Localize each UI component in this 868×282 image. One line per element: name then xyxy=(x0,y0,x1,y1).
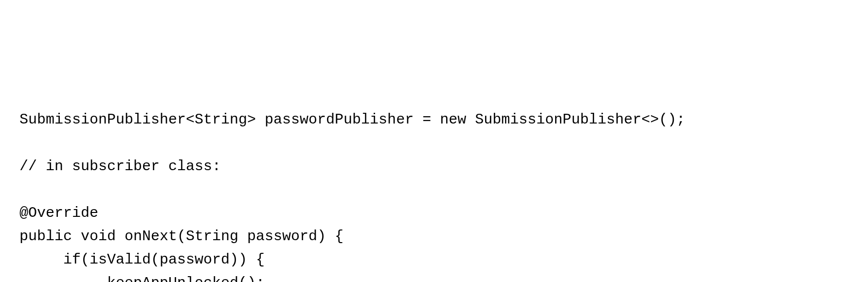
code-line: SubmissionPublisher<String> passwordPubl… xyxy=(19,111,685,128)
code-line: keepAppUnlocked(); xyxy=(19,275,265,282)
code-line: @Override xyxy=(19,205,98,221)
code-line: if(isValid(password)) { xyxy=(19,251,265,268)
code-line: // in subscriber class: xyxy=(19,158,221,175)
code-snippet: SubmissionPublisher<String> passwordPubl… xyxy=(19,108,849,282)
code-line: public void onNext(String password) { xyxy=(19,228,344,245)
